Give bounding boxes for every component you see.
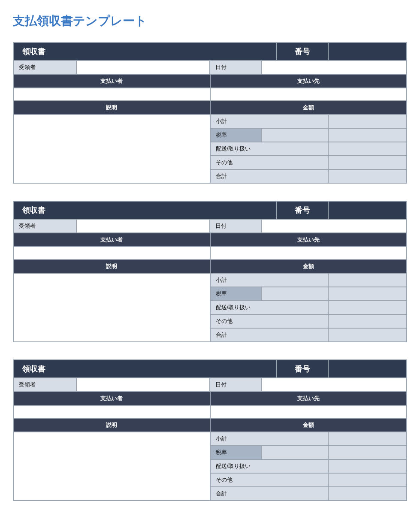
date-label: 日付: [210, 219, 261, 233]
payer-header: 支払い者: [13, 233, 210, 247]
taxrate-label: 税率: [210, 446, 261, 459]
taxrate-amount[interactable]: [328, 128, 407, 142]
subtotal-label: 小計: [210, 273, 328, 287]
receipt-block: 領収書 番号 受領者 日付 支払い者 支払い先 説明 金額 小計: [13, 359, 407, 501]
subtotal-value[interactable]: [328, 273, 407, 287]
description-value-cont[interactable]: [13, 328, 210, 342]
taxrate-label: 税率: [210, 287, 261, 301]
payee-value[interactable]: [210, 247, 407, 260]
shipping-value[interactable]: [328, 142, 407, 156]
shipping-value[interactable]: [328, 459, 407, 473]
description-value[interactable]: [13, 115, 210, 128]
taxrate-amount[interactable]: [328, 287, 407, 301]
other-value[interactable]: [328, 156, 407, 169]
amount-header: 金額: [210, 101, 407, 115]
description-value-cont[interactable]: [13, 142, 210, 156]
other-label: その他: [210, 314, 328, 328]
shipping-label: 配送/取り扱い: [210, 459, 328, 473]
receipt-title: 領収書: [13, 360, 277, 378]
description-value-cont[interactable]: [13, 169, 210, 183]
total-value[interactable]: [328, 328, 407, 342]
page-title: 支払領収書テンプレート: [13, 13, 407, 29]
receipt-block: 領収書 番号 受領者 日付 支払い者 支払い先 説明 金額 小計: [13, 42, 407, 184]
description-value[interactable]: [13, 432, 210, 446]
subtotal-value[interactable]: [328, 115, 407, 128]
payee-header: 支払い先: [210, 74, 407, 88]
payer-value[interactable]: [13, 247, 210, 260]
description-value-cont[interactable]: [13, 473, 210, 487]
date-value[interactable]: [261, 219, 407, 233]
receipt-block: 領収書 番号 受領者 日付 支払い者 支払い先 説明 金額 小計: [13, 201, 407, 342]
description-header: 説明: [13, 260, 210, 273]
taxrate-value[interactable]: [261, 128, 328, 142]
number-label: 番号: [277, 201, 328, 219]
recipient-label: 受領者: [13, 378, 76, 392]
payee-header: 支払い先: [210, 392, 407, 405]
recipient-value[interactable]: [76, 219, 210, 233]
shipping-label: 配送/取り扱い: [210, 301, 328, 314]
description-value-cont[interactable]: [13, 156, 210, 169]
date-value[interactable]: [261, 378, 407, 392]
subtotal-label: 小計: [210, 115, 328, 128]
date-value[interactable]: [261, 60, 407, 74]
number-label: 番号: [277, 360, 328, 378]
recipient-value[interactable]: [76, 60, 210, 74]
other-value[interactable]: [328, 473, 407, 487]
number-value[interactable]: [328, 201, 407, 219]
payer-value[interactable]: [13, 405, 210, 418]
shipping-value[interactable]: [328, 301, 407, 314]
recipient-value[interactable]: [76, 378, 210, 392]
other-value[interactable]: [328, 314, 407, 328]
other-label: その他: [210, 156, 328, 169]
description-value-cont[interactable]: [13, 128, 210, 142]
recipient-label: 受領者: [13, 60, 76, 74]
taxrate-label: 税率: [210, 128, 261, 142]
date-label: 日付: [210, 378, 261, 392]
subtotal-value[interactable]: [328, 432, 407, 446]
other-label: その他: [210, 473, 328, 487]
total-label: 合計: [210, 328, 328, 342]
description-value-cont[interactable]: [13, 314, 210, 328]
description-value-cont[interactable]: [13, 287, 210, 301]
number-label: 番号: [277, 42, 328, 60]
description-header: 説明: [13, 418, 210, 432]
payer-value[interactable]: [13, 88, 210, 101]
amount-header: 金額: [210, 260, 407, 273]
date-label: 日付: [210, 60, 261, 74]
description-value[interactable]: [13, 273, 210, 287]
total-label: 合計: [210, 487, 328, 501]
total-value[interactable]: [328, 169, 407, 183]
description-header: 説明: [13, 101, 210, 115]
payee-value[interactable]: [210, 405, 407, 418]
receipt-title: 領収書: [13, 42, 277, 60]
number-value[interactable]: [328, 360, 407, 378]
subtotal-label: 小計: [210, 432, 328, 446]
payee-header: 支払い先: [210, 233, 407, 247]
amount-header: 金額: [210, 418, 407, 432]
number-value[interactable]: [328, 42, 407, 60]
taxrate-value[interactable]: [261, 287, 328, 301]
description-value-cont[interactable]: [13, 301, 210, 314]
receipt-title: 領収書: [13, 201, 277, 219]
shipping-label: 配送/取り扱い: [210, 142, 328, 156]
description-value-cont[interactable]: [13, 487, 210, 501]
payer-header: 支払い者: [13, 392, 210, 405]
payee-value[interactable]: [210, 88, 407, 101]
recipient-label: 受領者: [13, 219, 76, 233]
description-value-cont[interactable]: [13, 446, 210, 459]
description-value-cont[interactable]: [13, 459, 210, 473]
total-value[interactable]: [328, 487, 407, 501]
taxrate-value[interactable]: [261, 446, 328, 459]
taxrate-amount[interactable]: [328, 446, 407, 459]
payer-header: 支払い者: [13, 74, 210, 88]
total-label: 合計: [210, 169, 328, 183]
